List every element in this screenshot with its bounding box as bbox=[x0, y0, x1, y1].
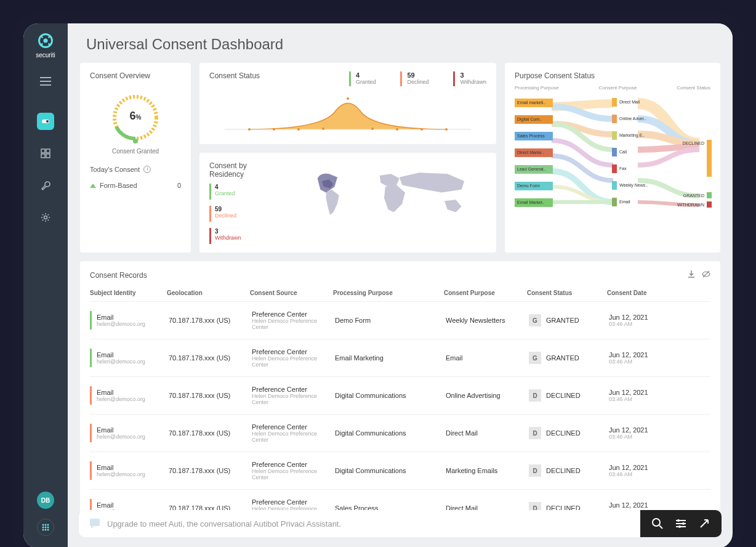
svg-text:Email Market..: Email Market.. bbox=[517, 200, 545, 205]
svg-text:Email: Email bbox=[619, 200, 630, 204]
svg-point-24 bbox=[322, 128, 324, 130]
svg-rect-6 bbox=[41, 154, 45, 158]
purpose-col3: Consent Status bbox=[677, 85, 710, 91]
residency-stat: 3Withdrawn bbox=[209, 228, 283, 244]
residency-stat: 59Declined bbox=[209, 206, 283, 222]
footer-bar: Upgrade to meet Auti, the conversational… bbox=[79, 510, 722, 537]
today-title: Today's Consent bbox=[90, 166, 181, 173]
nav-consent[interactable] bbox=[37, 113, 54, 130]
residency-stat: 4Granted bbox=[209, 184, 283, 200]
overview-card: Consent Overview 6% Consent Granted Toda… bbox=[80, 63, 191, 253]
gauge-label: Consent Granted bbox=[112, 148, 159, 155]
svg-rect-5 bbox=[46, 149, 50, 153]
status-title: Consent Status bbox=[209, 71, 260, 80]
records-card: Consent Records Subject Identity Geoloca… bbox=[80, 261, 720, 535]
sankey-chart: Email marketi..Digital Com..Sales Proces… bbox=[515, 94, 712, 217]
svg-rect-62 bbox=[707, 201, 712, 208]
svg-point-68 bbox=[682, 522, 685, 525]
svg-point-67 bbox=[677, 519, 680, 522]
page-title: Universal Consent Dashboard bbox=[68, 23, 733, 63]
today-item: Form-Based bbox=[100, 182, 137, 189]
svg-rect-48 bbox=[612, 131, 617, 140]
user-avatar[interactable]: DB bbox=[37, 492, 54, 509]
nav-dashboard[interactable] bbox=[37, 145, 54, 162]
svg-point-13 bbox=[45, 527, 47, 529]
svg-point-27 bbox=[396, 128, 398, 131]
filters-icon[interactable] bbox=[675, 517, 687, 530]
svg-text:Marketing E..: Marketing E.. bbox=[619, 133, 645, 138]
svg-point-15 bbox=[42, 529, 44, 531]
clock-icon bbox=[143, 166, 151, 173]
svg-text:Online Adver..: Online Adver.. bbox=[619, 116, 646, 121]
svg-point-8 bbox=[44, 216, 47, 219]
svg-text:Email marketi..: Email marketi.. bbox=[517, 100, 545, 105]
svg-point-11 bbox=[47, 524, 49, 526]
menu-toggle[interactable] bbox=[40, 77, 51, 88]
brand-logo: securiti bbox=[36, 32, 55, 59]
svg-text:Call: Call bbox=[619, 150, 627, 154]
svg-text:Sales Process: Sales Process bbox=[517, 134, 545, 138]
purpose-col1: Processing Purpose bbox=[515, 85, 559, 91]
residency-card: Consent by Residency 4Granted59Declined3… bbox=[199, 153, 496, 253]
status-stat: 4Granted bbox=[349, 71, 376, 86]
svg-point-29 bbox=[445, 128, 448, 131]
svg-point-12 bbox=[42, 527, 44, 529]
chat-icon bbox=[89, 517, 101, 530]
assistant-input[interactable]: Upgrade to meet Auti, the conversational… bbox=[79, 510, 640, 537]
svg-rect-52 bbox=[612, 164, 617, 173]
svg-rect-46 bbox=[612, 115, 617, 123]
table-row[interactable]: Emailhelen@democo.org 70.187.178.xxx (US… bbox=[90, 414, 710, 452]
status-stat: 59Declined bbox=[400, 71, 428, 86]
svg-text:Lead Generat..: Lead Generat.. bbox=[517, 167, 546, 171]
table-row[interactable]: Emailhelen@democo.org 70.187.178.xxx (US… bbox=[90, 376, 710, 414]
svg-text:Demo Form: Demo Form bbox=[517, 184, 540, 188]
svg-rect-7 bbox=[46, 154, 50, 158]
svg-point-23 bbox=[297, 128, 300, 131]
svg-point-65 bbox=[653, 519, 660, 526]
status-stat: 3Withdrawn bbox=[453, 71, 486, 86]
status-chart bbox=[209, 92, 486, 136]
svg-point-69 bbox=[678, 525, 681, 528]
visibility-off-icon[interactable] bbox=[702, 270, 710, 281]
svg-point-19 bbox=[133, 139, 138, 144]
table-row[interactable]: Emailhelen@democo.org 70.187.178.xxx (US… bbox=[90, 452, 710, 489]
consent-gauge: 6% bbox=[108, 90, 163, 145]
expand-icon[interactable] bbox=[698, 517, 710, 530]
svg-point-26 bbox=[371, 128, 374, 130]
svg-point-10 bbox=[45, 524, 47, 526]
apps-icon[interactable] bbox=[37, 519, 54, 536]
sidebar: securiti DB bbox=[23, 23, 68, 547]
assistant-placeholder: Upgrade to meet Auti, the conversational… bbox=[107, 519, 341, 529]
svg-text:WITHDRAWN: WITHDRAWN bbox=[677, 203, 704, 207]
svg-point-1 bbox=[44, 39, 48, 43]
svg-point-16 bbox=[45, 529, 47, 531]
svg-point-25 bbox=[347, 97, 349, 100]
download-icon[interactable] bbox=[687, 270, 696, 281]
svg-text:Weekly News..: Weekly News.. bbox=[619, 183, 648, 188]
svg-rect-4 bbox=[41, 149, 45, 153]
status-card: Consent Status 4Granted59Declined3Withdr… bbox=[199, 63, 496, 144]
up-arrow-icon bbox=[90, 184, 96, 188]
purpose-col2: Consent Purpose bbox=[599, 85, 637, 91]
svg-line-66 bbox=[659, 525, 662, 529]
nav-settings[interactable] bbox=[37, 209, 54, 226]
gauge-value: 6 bbox=[130, 110, 136, 122]
svg-text:DECLINED: DECLINED bbox=[683, 141, 704, 145]
svg-point-21 bbox=[248, 128, 251, 131]
svg-rect-58 bbox=[707, 140, 712, 177]
svg-text:Fax: Fax bbox=[619, 166, 627, 171]
brand-name: securiti bbox=[36, 52, 55, 59]
svg-text:Digital Com..: Digital Com.. bbox=[517, 117, 542, 122]
svg-rect-50 bbox=[612, 148, 617, 156]
svg-text:GRANTED: GRANTED bbox=[683, 193, 704, 198]
search-icon[interactable] bbox=[651, 517, 664, 530]
svg-rect-56 bbox=[612, 198, 617, 206]
svg-rect-54 bbox=[612, 181, 617, 190]
purpose-title: Purpose Consent Status bbox=[515, 71, 710, 80]
table-row[interactable]: Emailhelen@democo.org 70.187.178.xxx (US… bbox=[90, 339, 710, 376]
svg-point-22 bbox=[273, 128, 275, 131]
svg-rect-60 bbox=[707, 192, 712, 198]
records-title: Consent Records bbox=[90, 271, 147, 280]
table-row[interactable]: Emailhelen@democo.org 70.187.178.xxx (US… bbox=[90, 301, 710, 339]
nav-tools[interactable] bbox=[37, 177, 54, 194]
